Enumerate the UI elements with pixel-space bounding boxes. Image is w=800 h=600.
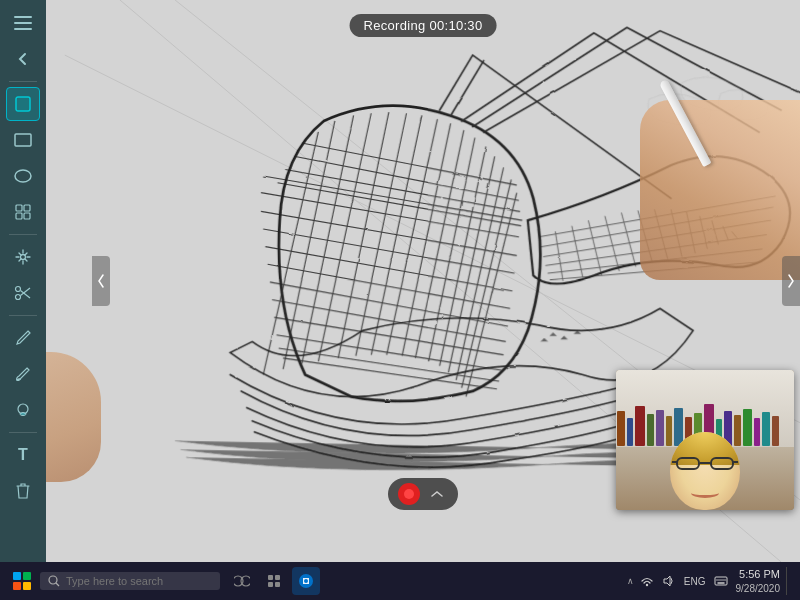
svg-point-11 (16, 287, 21, 292)
svg-rect-23 (268, 575, 273, 580)
widgets-button[interactable] (260, 567, 288, 595)
windows-logo (13, 572, 31, 590)
svg-rect-7 (24, 205, 30, 211)
color-tool-button[interactable] (6, 393, 40, 427)
task-view-button[interactable] (228, 567, 256, 595)
separator-4 (9, 432, 37, 433)
show-desktop-button[interactable] (786, 567, 792, 595)
toolbar: T (0, 0, 46, 562)
hand-right-area (620, 60, 800, 280)
search-icon (48, 575, 60, 587)
svg-point-22 (241, 576, 250, 586)
ellipse-tool-button[interactable] (6, 159, 40, 193)
main-area: T (0, 0, 800, 562)
separator-2 (9, 234, 37, 235)
select-tool-button[interactable] (6, 87, 40, 121)
pan-tool-button[interactable] (6, 240, 40, 274)
brush-tool-button[interactable] (6, 357, 40, 391)
svg-point-5 (15, 170, 31, 182)
app: T (0, 0, 800, 600)
clock-time: 5:56 PM (736, 567, 781, 581)
keyboard-icon (714, 574, 728, 588)
language-label[interactable]: ENG (684, 576, 706, 587)
separator-3 (9, 315, 37, 316)
recording-badge: Recording 00:10:30 (350, 14, 497, 37)
svg-rect-2 (14, 28, 32, 30)
svg-point-12 (16, 295, 21, 300)
active-app-button[interactable] (292, 567, 320, 595)
left-expand-arrow[interactable] (92, 256, 110, 306)
svg-rect-26 (275, 582, 280, 587)
scissors-tool-button[interactable] (6, 276, 40, 310)
hand-right (640, 100, 800, 280)
sketch-background: Recording 00:10:30 (46, 0, 800, 562)
text-tool-button[interactable]: T (6, 438, 40, 472)
svg-rect-0 (14, 16, 32, 18)
teams-icon (298, 573, 314, 589)
chevron-up-button[interactable] (426, 483, 448, 505)
controls-bar (388, 478, 458, 510)
recording-text: Recording 00:10:30 (364, 18, 483, 33)
svg-rect-3 (16, 97, 30, 111)
delete-tool-button[interactable] (6, 474, 40, 508)
svg-point-29 (646, 584, 648, 586)
svg-rect-1 (14, 22, 32, 24)
record-button-group (388, 478, 458, 510)
svg-point-28 (304, 579, 308, 583)
volume-icon (662, 574, 676, 588)
rectangle-tool-button[interactable] (6, 123, 40, 157)
widgets-icon (267, 574, 281, 588)
svg-rect-6 (16, 205, 22, 211)
svg-rect-24 (275, 575, 280, 580)
wifi-icon (640, 574, 654, 588)
svg-point-10 (21, 255, 26, 260)
svg-line-20 (56, 583, 59, 586)
sys-tray: ∧ ENG (627, 574, 730, 588)
start-button[interactable] (8, 567, 36, 595)
svg-rect-30 (715, 577, 727, 585)
tray-up-arrow[interactable]: ∧ (627, 576, 634, 586)
system-clock[interactable]: 5:56 PM 9/28/2020 (736, 567, 781, 594)
svg-rect-8 (16, 213, 22, 219)
record-indicator (404, 489, 414, 499)
pencil-tool-button[interactable] (6, 321, 40, 355)
record-button[interactable] (398, 483, 420, 505)
separator (9, 81, 37, 82)
task-view-icon (234, 574, 250, 588)
taskbar-right: ∧ ENG (627, 567, 792, 595)
svg-point-19 (49, 576, 57, 584)
grid-tool-button[interactable] (6, 195, 40, 229)
canvas-area: Recording 00:10:30 (46, 0, 800, 562)
back-button[interactable] (6, 42, 40, 76)
search-input[interactable] (66, 575, 196, 587)
taskbar: ∧ ENG (0, 562, 800, 600)
search-bar[interactable] (40, 572, 220, 590)
svg-rect-25 (268, 582, 273, 587)
video-background (616, 370, 794, 510)
right-collapse-arrow[interactable] (782, 256, 800, 306)
clock-date: 9/28/2020 (736, 582, 781, 595)
video-thumbnail (616, 370, 794, 510)
menu-button[interactable] (6, 6, 40, 40)
svg-rect-4 (15, 134, 31, 146)
svg-rect-9 (24, 213, 30, 219)
